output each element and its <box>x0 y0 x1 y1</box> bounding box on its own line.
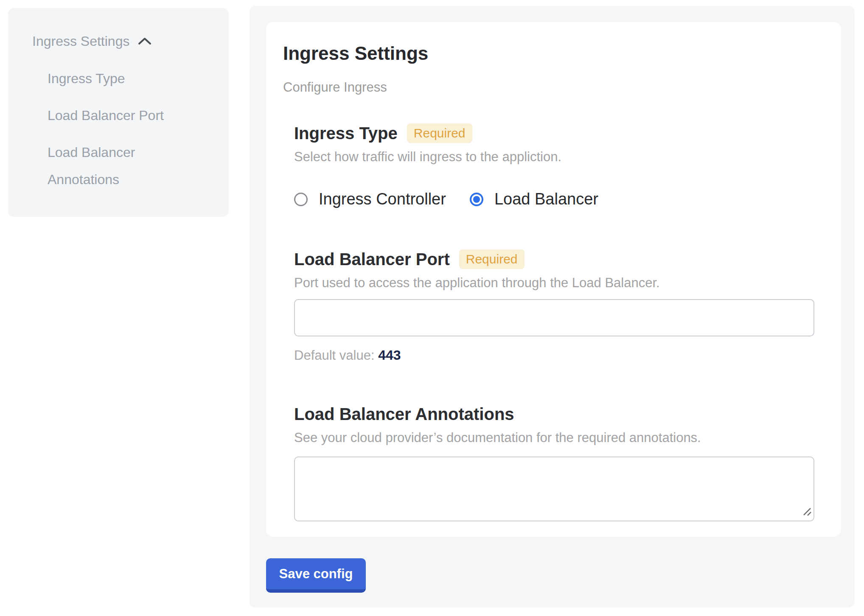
required-badge: Required <box>459 249 525 269</box>
sidebar-item-list: Ingress Type Load Balancer Port Load Bal… <box>48 65 229 193</box>
chevron-up-icon <box>138 37 151 45</box>
radio-checked-icon <box>470 193 483 206</box>
sidebar-group-label: Ingress Settings <box>32 34 129 49</box>
required-badge: Required <box>407 123 472 143</box>
load-balancer-port-input[interactable] <box>294 299 814 336</box>
settings-sidebar: Ingress Settings Ingress Type Load Balan… <box>8 8 229 217</box>
ingress-settings-card: Ingress Settings Configure Ingress Ingre… <box>266 22 841 537</box>
save-config-button[interactable]: Save config <box>266 558 366 593</box>
load-balancer-annotations-textarea[interactable] <box>294 456 814 521</box>
field-description: Port used to access the application thro… <box>294 275 824 291</box>
sidebar-item-load-balancer-port[interactable]: Load Balancer Port <box>48 102 177 129</box>
radio-label: Ingress Controller <box>319 190 446 208</box>
field-ingress-type: Ingress Type Required Select how traffic… <box>294 123 824 208</box>
field-description: See your cloud provider’s documentation … <box>294 430 824 445</box>
sidebar-item-load-balancer-annotations[interactable]: Load Balancer Annotations <box>48 139 177 193</box>
page-subtitle: Configure Ingress <box>283 80 824 95</box>
field-label-load-balancer-annotations: Load Balancer Annotations <box>294 404 514 424</box>
ingress-type-radio-group: Ingress Controller Load Balancer <box>294 190 824 208</box>
default-value: 443 <box>378 347 401 363</box>
sidebar-group-ingress-settings[interactable]: Ingress Settings <box>32 33 229 50</box>
radio-unchecked-icon <box>294 193 308 206</box>
field-description: Select how traffic will ingress to the a… <box>294 149 824 165</box>
main-panel: Ingress Settings Configure Ingress Ingre… <box>250 6 855 608</box>
sidebar-item-ingress-type[interactable]: Ingress Type <box>48 65 177 92</box>
page-title: Ingress Settings <box>283 42 824 64</box>
fields-container: Ingress Type Required Select how traffic… <box>294 123 824 521</box>
field-load-balancer-port: Load Balancer Port Required Port used to… <box>294 249 824 363</box>
radio-load-balancer[interactable]: Load Balancer <box>470 190 598 208</box>
radio-ingress-controller[interactable]: Ingress Controller <box>294 190 446 208</box>
radio-label: Load Balancer <box>494 190 598 208</box>
default-value-label: Default value: <box>294 348 375 363</box>
field-label-ingress-type: Ingress Type <box>294 123 398 143</box>
field-label-load-balancer-port: Load Balancer Port <box>294 249 450 269</box>
field-load-balancer-annotations: Load Balancer Annotations See your cloud… <box>294 404 824 521</box>
default-value-line: Default value: 443 <box>294 347 824 363</box>
